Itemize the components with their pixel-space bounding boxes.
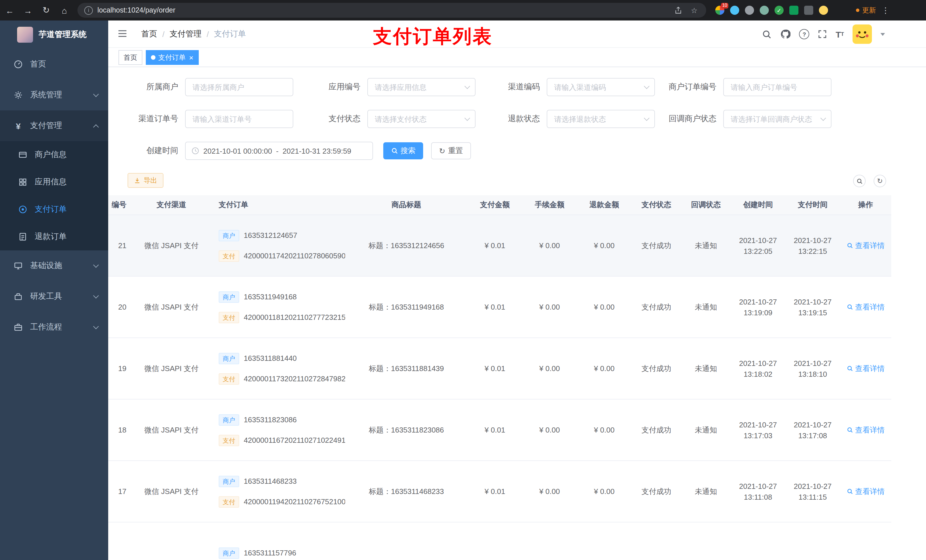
column-header-amount: 支付金额	[468, 200, 522, 210]
extension-drop-icon[interactable]	[730, 6, 739, 15]
browser-update-button[interactable]: 更新	[856, 5, 876, 15]
cell-id: 17	[108, 487, 135, 496]
sidebar-item-refund-order[interactable]: 退款订单	[0, 223, 108, 251]
extension-green-square-icon[interactable]	[789, 6, 799, 15]
cell-amount: ¥ 0.01	[468, 487, 522, 496]
extension-colorful-icon[interactable]: 10	[715, 6, 725, 15]
toggle-search-button[interactable]	[853, 175, 865, 187]
search-icon[interactable]	[762, 29, 772, 39]
browser-menu-icon[interactable]: ⋮	[882, 6, 890, 15]
cell-channel: 微信 JSAPI 支付	[135, 363, 209, 374]
address-bar[interactable]: i localhost:1024/pay/order ☆	[77, 3, 706, 18]
filter-merchant-order-no: 商户订单编号	[654, 78, 831, 96]
table-row: 商户 1635311157796 支付 查看详情	[108, 522, 891, 560]
browser-back-icon[interactable]: ←	[1, 5, 18, 15]
cell-notify-status: 未通知	[681, 425, 731, 435]
breadcrumb-separator: /	[162, 30, 165, 39]
view-detail-link[interactable]: 查看详情	[847, 486, 885, 497]
cell-pay-status: 支付成功	[632, 425, 681, 435]
reset-button[interactable]: ↻ 重置	[431, 142, 471, 159]
cell-pay-order: 商户 1635311823086 支付 42000011672021102710…	[209, 414, 345, 446]
view-detail-link[interactable]: 查看详情	[847, 425, 885, 435]
sidebar-item-infrastructure[interactable]: 基础设施	[0, 251, 108, 281]
column-header-action: 操作	[840, 200, 891, 210]
cell-refund: ¥ 0.00	[577, 487, 632, 496]
pay-status-select[interactable]	[367, 110, 475, 128]
yen-icon: ¥	[14, 121, 23, 131]
cell-pay-time: 2021-10-2713:22:15	[785, 235, 840, 257]
url-text[interactable]: localhost:1024/pay/order	[97, 6, 670, 14]
cell-fee: ¥ 0.00	[522, 426, 577, 434]
share-icon[interactable]	[674, 6, 684, 14]
sidebar-item-home[interactable]: 首页	[0, 49, 108, 80]
view-detail-link[interactable]: 查看详情	[847, 240, 885, 251]
filter-create-time: 创建时间 2021-10-01 00:00:00 - 2021-10-31 23…	[116, 142, 373, 160]
cell-notify-status: 未通知	[681, 363, 731, 374]
channel-order-no-input[interactable]	[185, 110, 293, 128]
cell-action: 查看详情	[840, 363, 891, 374]
sidebar-item-label: 基础设施	[30, 261, 86, 271]
view-detail-link[interactable]: 查看详情	[847, 363, 885, 374]
browser-forward-icon[interactable]: →	[20, 5, 36, 15]
cell-notify-status: 未通知	[681, 486, 731, 497]
cell-action: 查看详情	[840, 302, 891, 312]
browser-home-icon[interactable]: ⌂	[56, 5, 73, 15]
extension-gray-icon[interactable]	[745, 6, 754, 15]
breadcrumb-home[interactable]: 首页	[141, 29, 157, 39]
column-header-refund: 退款金额	[577, 200, 632, 210]
cell-fee: ¥ 0.00	[522, 303, 577, 311]
bookmark-star-icon[interactable]: ☆	[689, 6, 699, 15]
search-button[interactable]: 搜索	[383, 142, 423, 159]
filter-refund-status: 退款状态	[477, 110, 655, 128]
channel-code-select[interactable]	[547, 78, 655, 96]
hamburger-icon[interactable]	[117, 29, 127, 39]
merchant-order-no-input[interactable]	[723, 78, 831, 96]
tab-pay-order[interactable]: 支付订单 ×	[146, 50, 198, 65]
cell-channel: 微信 JSAPI 支付	[135, 486, 209, 497]
sidebar-item-merchant-info[interactable]: 商户信息	[0, 141, 108, 169]
filter-label: 所属商户	[116, 82, 178, 92]
avatar[interactable]	[853, 24, 872, 44]
column-header-pay-time: 支付时间	[785, 200, 840, 210]
search-icon	[847, 304, 853, 310]
fullscreen-icon[interactable]	[818, 30, 827, 39]
date-range-picker[interactable]: 2021-10-01 00:00:00 - 2021-10-31 23:59:5…	[185, 142, 373, 160]
cell-pay-status: 支付成功	[632, 486, 681, 497]
tab-home[interactable]: 首页	[118, 50, 142, 65]
extension-teal-icon[interactable]	[760, 6, 769, 15]
font-size-icon[interactable]: TT	[836, 30, 844, 38]
app-id-select[interactable]	[367, 78, 475, 96]
export-button[interactable]: 导出	[127, 173, 163, 188]
update-dot-icon	[856, 9, 859, 12]
extension-face-icon[interactable]	[819, 6, 828, 15]
merchant-tag: 商户	[219, 547, 239, 558]
notify-status-select[interactable]	[723, 110, 831, 128]
extension-dark-icon[interactable]	[804, 6, 813, 15]
sidebar-item-payment[interactable]: ¥ 支付管理	[0, 110, 108, 141]
orders-table: 编号 支付渠道 支付订单 商品标题 支付金额 手续金额 退款金额 支付状态 回调…	[108, 195, 926, 560]
date-start: 2021-10-01 00:00:00	[203, 146, 272, 155]
extension-check-icon[interactable]: ✓	[775, 6, 784, 15]
sidebar-item-workflow[interactable]: 工作流程	[0, 312, 108, 343]
sidebar-item-label: 工作流程	[30, 322, 86, 332]
refund-status-select[interactable]	[547, 110, 655, 128]
cell-create-time: 2021-10-2713:11:08	[731, 481, 785, 502]
sidebar-item-devtools[interactable]: 研发工具	[0, 281, 108, 312]
table-header: 编号 支付渠道 支付订单 商品标题 支付金额 手续金额 退款金额 支付状态 回调…	[108, 195, 891, 215]
site-info-icon[interactable]: i	[84, 6, 93, 15]
owner-merchant-input[interactable]	[185, 78, 293, 96]
user-caret-icon[interactable]	[881, 33, 885, 36]
cell-pay-time: 2021-10-2713:19:15	[785, 296, 840, 318]
sidebar-item-app-info[interactable]: 应用信息	[0, 169, 108, 196]
help-icon[interactable]: ?	[799, 29, 809, 39]
view-detail-link[interactable]: 查看详情	[847, 302, 885, 312]
sidebar-item-system[interactable]: 系统管理	[0, 80, 108, 110]
chevron-up-icon	[93, 124, 99, 130]
merchant-order-no: 1635311157796	[244, 549, 296, 557]
sidebar-item-pay-order[interactable]: 支付订单	[0, 196, 108, 223]
browser-reload-icon[interactable]: ↻	[38, 5, 54, 15]
github-icon[interactable]	[781, 29, 791, 39]
cell-title: 标题：1635311823086	[345, 425, 468, 435]
close-icon[interactable]: ×	[189, 54, 193, 61]
refresh-table-button[interactable]: ↻	[874, 175, 886, 187]
